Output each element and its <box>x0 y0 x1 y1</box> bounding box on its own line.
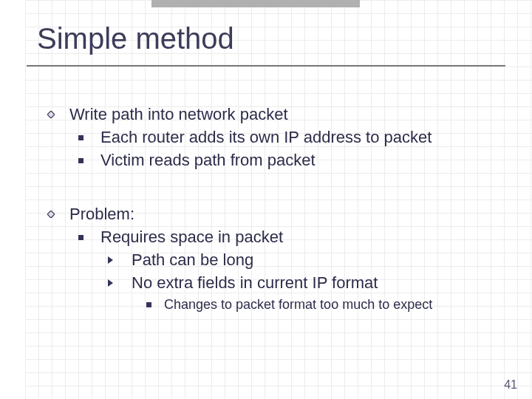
text: Changes to packet format too much to exp… <box>164 297 432 312</box>
top-accent-bar <box>151 0 360 7</box>
text: Path can be long <box>132 250 253 269</box>
text: Write path into network packet <box>69 105 288 123</box>
text: Each router adds its own IP address to p… <box>100 128 432 146</box>
triangle-icon <box>108 279 113 287</box>
square-icon <box>78 135 83 140</box>
square-icon <box>146 302 151 307</box>
bullet-lvl2: Victim reads path from packet <box>37 149 510 171</box>
bullet-lvl4: Changes to packet format too much to exp… <box>37 295 510 314</box>
grid-mask <box>0 0 25 399</box>
spacer <box>37 172 510 203</box>
diamond-icon <box>47 211 55 218</box>
page-number: 41 <box>504 378 517 392</box>
square-icon <box>78 158 83 163</box>
text: No extra fields in current IP format <box>132 273 378 292</box>
bullet-lvl3: No extra fields in current IP format <box>37 272 510 294</box>
bullet-lvl2: Requires space in packet <box>37 226 510 248</box>
text: Victim reads path from packet <box>100 151 316 169</box>
text: Problem: <box>69 205 134 223</box>
square-icon <box>78 235 83 240</box>
bullet-lvl1: Problem: <box>37 203 510 225</box>
bullet-lvl2: Each router adds its own IP address to p… <box>37 126 510 149</box>
title-underline <box>27 65 505 66</box>
slide-body: Write path into network packet Each rout… <box>37 103 510 315</box>
slide-title: Simple method <box>37 22 234 55</box>
diamond-icon <box>47 111 55 118</box>
bullet-lvl3: Path can be long <box>37 249 510 271</box>
bullet-lvl1: Write path into network packet <box>37 103 510 126</box>
triangle-icon <box>108 256 113 264</box>
text: Requires space in packet <box>100 228 283 246</box>
